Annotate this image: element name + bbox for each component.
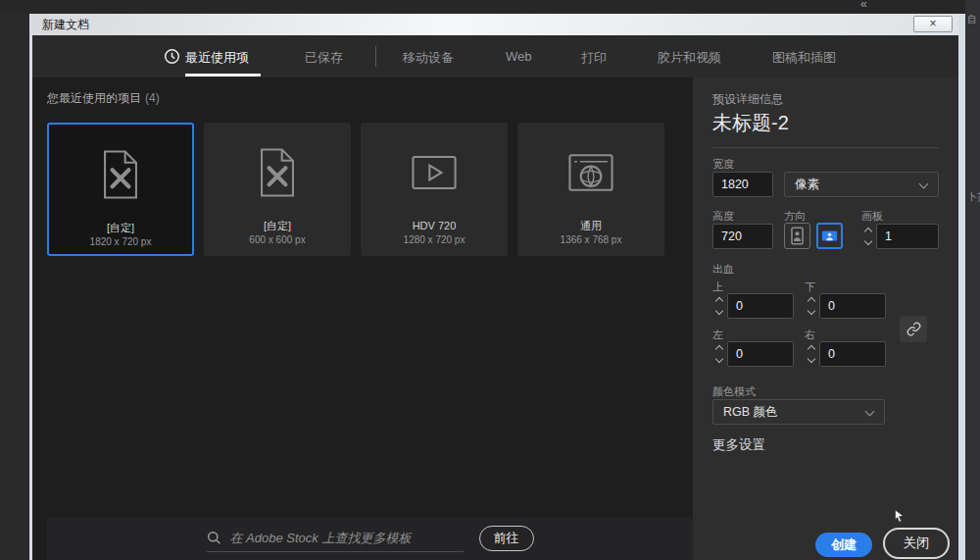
bleed-bottom-input[interactable] (819, 293, 886, 319)
template-card-common[interactable]: 通用 1366 x 768 px (517, 123, 664, 256)
orientation-label: 方向 (784, 209, 806, 224)
bleed-bottom-stepper[interactable] (805, 294, 817, 318)
template-name: 通用 (580, 219, 602, 232)
template-name: [自定] (107, 221, 134, 234)
template-card-hdv720[interactable]: HDV 720 1280 x 720 px (361, 123, 508, 256)
color-mode-dropdown[interactable]: RGB 颜色 (712, 399, 885, 425)
search-icon (207, 531, 221, 545)
new-document-dialog: 新建文档 × 最近使用项 已保存 移动设备 Web 打印 胶片和视频 图稿和插图… (29, 14, 965, 560)
stepper-up-icon (714, 345, 722, 353)
bleed-left-stepper[interactable] (712, 342, 725, 366)
go-button[interactable]: 前往 (479, 526, 534, 551)
web-browser-icon (562, 127, 620, 219)
stepper-up-icon (807, 297, 814, 305)
panel-collapse-glyph: « (860, 0, 866, 11)
portrait-icon (785, 224, 809, 248)
preset-heading: 预设详细信息 (712, 91, 783, 108)
stepper-down-icon (807, 355, 814, 363)
bleed-left-label: 左 (712, 328, 723, 342)
active-tab-underline (185, 74, 261, 76)
stock-search-field[interactable]: 在 Adobe Stock 上查找更多模板 (207, 526, 464, 552)
bleed-top-stepper[interactable] (712, 294, 725, 318)
template-name: [自定] (264, 219, 291, 232)
bleed-top-label: 上 (712, 280, 723, 294)
stepper-up-icon (714, 297, 722, 305)
close-button[interactable]: 关闭 (883, 528, 950, 559)
height-label: 高度 (712, 209, 734, 224)
width-input[interactable] (712, 172, 773, 197)
artboard-input[interactable] (876, 224, 939, 249)
unit-dropdown[interactable]: 像素 (784, 172, 939, 197)
orientation-landscape-button[interactable] (816, 223, 843, 249)
bleed-right-input[interactable] (819, 341, 886, 367)
tab-print[interactable]: 打印 (581, 49, 607, 67)
tab-divider (375, 46, 376, 67)
bleed-right-stepper[interactable] (805, 342, 817, 366)
edge-text-fragment: 卜芥 (967, 190, 980, 204)
artboard-label: 画板 (861, 209, 883, 224)
title-divider (712, 147, 939, 148)
edge-text-fragment: 自 (967, 13, 977, 26)
bleed-top-input[interactable] (727, 293, 794, 319)
background-app-edge: 自 卜芥 (965, 0, 980, 560)
recent-templates-area: 您最近使用的项目(4) [自定] 1820 x 720 px (32, 77, 693, 560)
chevron-down-icon (919, 179, 929, 189)
stepper-down-icon (863, 237, 871, 245)
bleed-label: 出血 (712, 262, 734, 277)
preset-details-panel: 预设详细信息 未标题-2 宽度 像素 高度 方向 (693, 77, 958, 560)
preset-category-tabbar: 最近使用项 已保存 移动设备 Web 打印 胶片和视频 图稿和插图 (32, 35, 958, 77)
tab-art-illustration[interactable]: 图稿和插图 (772, 49, 836, 67)
mouse-cursor (893, 509, 906, 528)
tab-web[interactable]: Web (506, 49, 532, 64)
bleed-bottom-label: 下 (805, 280, 815, 294)
recent-heading: 您最近使用的项目(4) (47, 90, 160, 107)
custom-document-icon (91, 128, 150, 221)
color-mode-label: 颜色模式 (712, 384, 756, 399)
template-size: 1366 x 768 px (561, 234, 622, 245)
artboard-stepper[interactable] (861, 225, 874, 248)
tab-recent[interactable]: 最近使用项 (185, 49, 249, 67)
template-name: HDV 720 (413, 219, 457, 232)
search-placeholder: 在 Adobe Stock 上查找更多模板 (230, 530, 412, 547)
bleed-link-button[interactable] (900, 316, 927, 342)
more-settings-link[interactable]: 更多设置 (712, 436, 765, 454)
template-size: 1820 x 720 px (90, 236, 152, 247)
create-button[interactable]: 创建 (815, 533, 872, 557)
tab-saved[interactable]: 已保存 (305, 49, 343, 67)
stepper-down-icon (714, 307, 722, 315)
stock-search-bar: 在 Adobe Stock 上查找更多模板 前往 (47, 517, 693, 560)
template-size: 600 x 600 px (249, 234, 305, 245)
link-icon (906, 322, 921, 336)
chevron-down-icon (865, 407, 875, 417)
bleed-left-input[interactable] (727, 341, 794, 367)
bleed-right-label: 右 (805, 328, 815, 342)
stepper-up-icon (807, 345, 814, 353)
close-icon: × (929, 17, 936, 30)
document-title[interactable]: 未标题-2 (712, 110, 789, 136)
template-card-custom-600[interactable]: [自定] 600 x 600 px (204, 123, 351, 256)
video-icon (405, 127, 464, 219)
tab-mobile[interactable]: 移动设备 (403, 49, 454, 67)
stepper-down-icon (714, 355, 722, 363)
background-app-strip: « (0, 0, 980, 14)
landscape-icon (818, 225, 841, 247)
recent-count: (4) (145, 91, 160, 105)
dialog-title: 新建文档 (32, 18, 89, 31)
orientation-portrait-button[interactable] (784, 223, 810, 249)
template-size: 1280 x 720 px (404, 234, 466, 245)
dialog-titlebar[interactable]: 新建文档 × (32, 14, 958, 35)
height-input[interactable] (712, 224, 773, 249)
recent-clock-icon (164, 48, 180, 69)
color-mode-value: RGB 颜色 (723, 404, 778, 421)
unit-value: 像素 (795, 177, 819, 193)
template-card-custom-1820[interactable]: [自定] 1820 x 720 px (47, 123, 194, 256)
stepper-down-icon (807, 307, 814, 315)
stepper-up-icon (863, 228, 871, 235)
tab-film-video[interactable]: 胶片和视频 (658, 49, 721, 67)
custom-document-icon (248, 127, 307, 219)
dialog-content: 您最近使用的项目(4) [自定] 1820 x 720 px (32, 77, 958, 560)
width-label: 宽度 (712, 157, 734, 172)
template-card-list: [自定] 1820 x 720 px [自定] 600 x 600 px (47, 123, 664, 256)
window-close-button[interactable]: × (913, 16, 953, 32)
